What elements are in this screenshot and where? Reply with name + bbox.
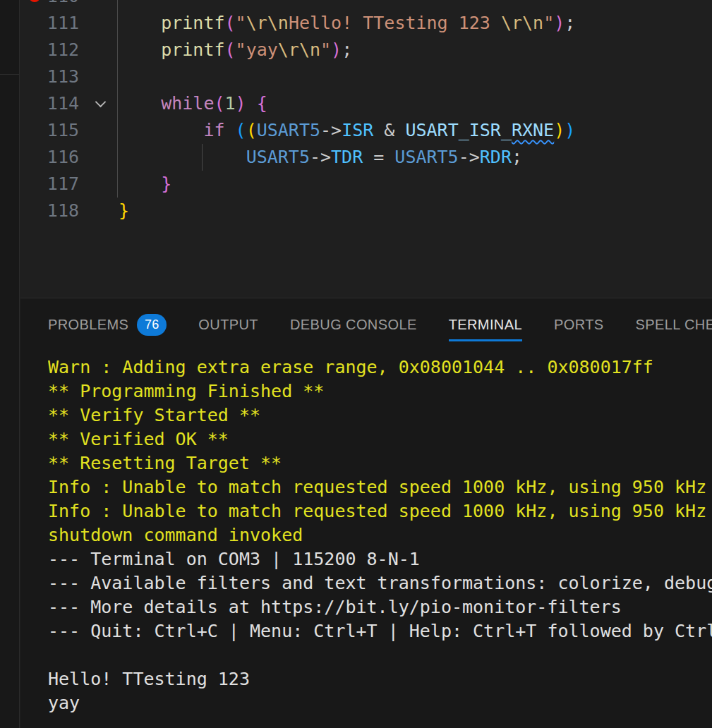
tab-label: TERMINAL [449, 317, 522, 333]
code-token: Hello! TTesting 123 [289, 13, 501, 33]
code-token [119, 120, 203, 140]
code-token [119, 174, 161, 194]
terminal-line: --- Available filters and text transform… [48, 571, 712, 595]
sidebar-strip [0, 0, 20, 728]
line-number[interactable]: 114 [20, 90, 79, 117]
tab-problems[interactable]: PROBLEMS76 [48, 298, 167, 351]
line-number[interactable]: 112 [20, 37, 79, 63]
code-token: = [363, 147, 394, 167]
terminal-line: shutdown command invoked [48, 523, 712, 547]
code-token [225, 120, 236, 140]
fold-chevron-icon[interactable] [95, 97, 107, 108]
terminal-line: --- More details at https://bit.ly/pio-m… [48, 595, 712, 619]
line-number[interactable]: 111 [20, 10, 79, 37]
terminal-line: ** Programming Finished ** [48, 380, 712, 404]
line-number[interactable]: 118 [20, 198, 79, 224]
code-token: { [257, 93, 267, 114]
code-token: " [543, 13, 554, 33]
tab-label: OUTPUT [198, 317, 258, 333]
tab-terminal[interactable]: TERMINAL [449, 298, 522, 351]
bottom-panel: PROBLEMS76OUTPUTDEBUG CONSOLETERMINALPOR… [20, 298, 712, 728]
code-token [119, 147, 246, 167]
code-token: USART5 [257, 120, 320, 140]
code-token: ; [342, 40, 352, 60]
code-token: ( [225, 13, 236, 33]
code-token [246, 93, 257, 114]
terminal-line: Hello! TTesting 123 [48, 667, 712, 691]
indent-guide [117, 117, 118, 144]
code-token: TDR [331, 147, 363, 167]
code-token: " [236, 13, 246, 33]
code-token: while [161, 93, 214, 114]
code-token [119, 93, 161, 114]
code-line[interactable]: 116 USART5->TDR = USART5->RDR; [20, 144, 712, 171]
code-line[interactable]: 115 if ((USART5->ISR & USART_ISR_RXNE)) [20, 117, 712, 144]
code-text: printf("yay\r\n"); [119, 37, 352, 63]
code-line[interactable]: 118} [20, 198, 712, 224]
line-number[interactable]: 113 [20, 63, 79, 90]
tab-output[interactable]: OUTPUT [198, 298, 258, 351]
sidebar-strip-divider [0, 74, 20, 75]
tab-ports[interactable]: PORTS [554, 298, 604, 351]
terminal-line: ** Verify Started ** [48, 404, 712, 427]
code-token: USART5 [246, 147, 310, 167]
code-editor[interactable]: 110111 printf("\r\nHello! TTesting 123 \… [20, 0, 712, 298]
indent-guide [117, 37, 118, 63]
code-token: RDR [480, 147, 512, 167]
code-token: printf [161, 40, 224, 60]
code-token: "yay [236, 40, 278, 60]
code-token: } [161, 174, 171, 194]
code-line[interactable]: 114 while(1) { [20, 90, 712, 117]
code-token [119, 13, 161, 33]
tab-spell-check[interactable]: SPELL CHECK [636, 298, 712, 351]
code-token: USART_ISR_ [405, 120, 512, 140]
code-token: USART5 [394, 147, 458, 167]
indent-guide [117, 10, 118, 37]
tab-label: DEBUG CONSOLE [290, 317, 417, 333]
code-text: USART5->TDR = USART5->RDR; [119, 144, 522, 171]
terminal-line [48, 643, 712, 667]
code-line[interactable]: 112 printf("yay\r\n"); [20, 37, 712, 63]
code-token: ( [236, 120, 246, 140]
indent-guide [117, 0, 118, 10]
terminal-line: --- Terminal on COM3 | 115200 8-N-1 [48, 547, 712, 571]
problems-count-badge: 76 [137, 314, 167, 336]
vscode-window: 110111 printf("\r\nHello! TTesting 123 \… [0, 0, 712, 728]
terminal-output[interactable]: Warn : Adding extra erase range, 0x08001… [20, 351, 712, 715]
code-line[interactable]: 117 } [20, 171, 712, 198]
code-text: if ((USART5->ISR & USART_ISR_RXNE)) [119, 117, 575, 144]
code-line[interactable]: 113 [20, 63, 712, 90]
tab-debug-console[interactable]: DEBUG CONSOLE [290, 298, 417, 351]
code-token: ) [236, 93, 246, 114]
code-token: if [203, 120, 224, 140]
terminal-line: ** Resetting Target ** [48, 451, 712, 475]
code-token: ( [246, 120, 257, 140]
terminal-line: Warn : Adding extra erase range, 0x08001… [48, 356, 712, 380]
code-token: ; [512, 147, 522, 167]
code-token: " [320, 40, 331, 60]
indent-guide [117, 90, 118, 117]
code-text: } [119, 198, 129, 224]
terminal-line: --- Quit: Ctrl+C | Menu: Ctrl+T | Help: … [48, 619, 712, 643]
code-token: -> [310, 147, 331, 167]
code-token: ; [565, 13, 575, 33]
tab-label: SPELL CHECK [636, 317, 712, 333]
line-number[interactable]: 115 [20, 117, 79, 144]
code-token [119, 40, 161, 60]
code-token: ) [331, 40, 342, 60]
code-token: ( [214, 93, 224, 114]
code-token: & [373, 120, 405, 140]
code-token: ) [565, 120, 575, 140]
code-token: -> [320, 120, 342, 140]
code-token: \r\n [501, 13, 543, 33]
line-number[interactable]: 116 [20, 144, 79, 171]
code-line[interactable]: 111 printf("\r\nHello! TTesting 123 \r\n… [20, 10, 712, 37]
line-number[interactable]: 117 [20, 171, 79, 198]
code-token: \r\n [278, 40, 320, 60]
code-token: printf [161, 13, 224, 33]
code-token: ( [225, 40, 236, 60]
line-number[interactable]: 110 [20, 0, 79, 10]
code-line[interactable]: 110 [20, 0, 712, 10]
terminal-line: yay [48, 691, 712, 715]
code-token: -> [459, 147, 480, 167]
